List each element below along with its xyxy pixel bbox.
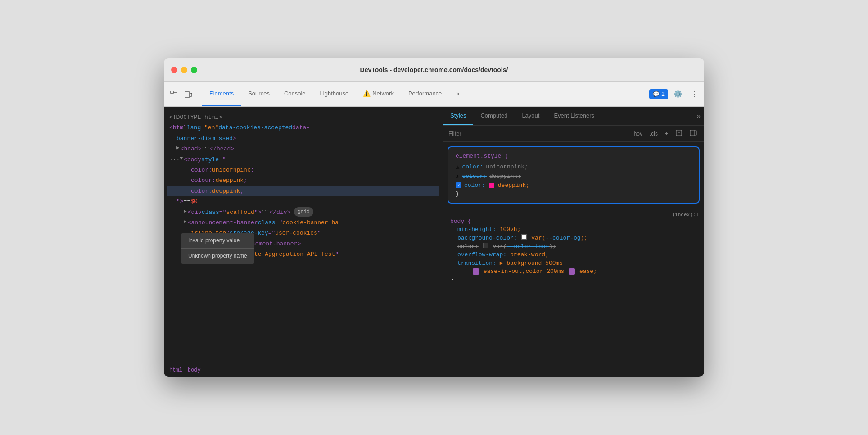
tab-console[interactable]: Console: [277, 82, 313, 106]
subtabs-more[interactable]: »: [693, 112, 704, 120]
popup-line-3: ✓ color: deeppink;: [456, 182, 692, 189]
grid-badge: grid: [294, 207, 313, 217]
body-min-height: min-height: 100vh;: [450, 226, 697, 233]
chat-badge-button[interactable]: 💬 2: [649, 89, 668, 99]
minimize-button[interactable]: [181, 67, 187, 73]
warning-icon-1: ⚠️: [456, 163, 459, 171]
close-button[interactable]: [171, 67, 177, 73]
body-style-rule: body { min-height: 100vh; background-col…: [443, 213, 704, 288]
ease-icon-1: [473, 268, 479, 275]
body-transition-ease: ease-in-out,color 200ms ease;: [450, 268, 697, 275]
add-style-rule-icon[interactable]: +: [663, 130, 670, 138]
tab-sources[interactable]: Sources: [241, 82, 277, 106]
svg-rect-7: [690, 130, 696, 136]
html-line-head: ▶ <head> ··· </head>: [167, 144, 439, 154]
filter-input[interactable]: [448, 130, 630, 137]
subtab-layout[interactable]: Layout: [515, 107, 547, 125]
styles-panel: Styles Computed Layout Event Listeners »: [443, 107, 704, 377]
tab-elements[interactable]: Elements: [202, 82, 241, 106]
network-warning-icon: ⚠️: [363, 90, 371, 97]
popup-header: element.style {: [456, 153, 692, 159]
toggle-sidebar-icon[interactable]: [688, 128, 699, 139]
css-warning-tooltip: Invalid property value Unknown property …: [181, 233, 254, 264]
cls-button[interactable]: .cls: [648, 130, 660, 138]
maximize-button[interactable]: [191, 67, 197, 73]
filter-bar: :hov .cls +: [443, 126, 704, 142]
window-title: DevTools - developer.chrome.com/docs/dev…: [360, 66, 508, 73]
color-swatch-text[interactable]: [483, 243, 488, 248]
html-line-div-scaffold: ▶ <div class="scaffold"> ··· </div> grid…: [167, 207, 439, 218]
subtab-styles[interactable]: Styles: [443, 107, 473, 125]
svg-rect-4: [190, 93, 192, 96]
tab-lighthouse[interactable]: Lighthouse: [313, 82, 356, 106]
color-swatch-bg[interactable]: [521, 234, 527, 240]
html-line-announcement1: ▶ <announcement-banner class="cookie-ban…: [167, 218, 439, 228]
chat-icon: 💬: [653, 91, 660, 97]
popup-brace-close: }: [456, 190, 692, 197]
subtab-event-listeners[interactable]: Event Listeners: [547, 107, 601, 125]
html-line-body-close: "> == $0: [167, 196, 439, 207]
element-style-popup: element.style { ⚠️ color: unicornpink; ⚠…: [448, 146, 700, 204]
html-line-colour-deep: colour: deeppink;: [167, 175, 439, 186]
tab-more[interactable]: »: [449, 82, 466, 106]
color-swatch-deeppink[interactable]: [489, 183, 494, 188]
body-overflow-wrap: overflow-wrap: break-word;: [450, 251, 697, 258]
inspect-element-icon[interactable]: [167, 88, 180, 100]
titlebar: DevTools - developer.chrome.com/docs/dev…: [164, 58, 704, 82]
tooltip-invalid: Invalid property value: [181, 233, 254, 249]
html-line-html-open: <html lang="en" data-cookies-accepted da…: [167, 122, 439, 133]
main-toolbar: Elements Sources Console Lighthouse ⚠️ N…: [164, 82, 704, 107]
body-color: color: var(--color-text);: [450, 243, 697, 250]
breadcrumb-html[interactable]: html: [169, 367, 182, 373]
popup-line-2: ⚠️ colour: deeppink;: [456, 172, 692, 180]
styles-subtabs: Styles Computed Layout Event Listeners »: [443, 107, 704, 126]
tab-network[interactable]: ⚠️ Network: [356, 82, 401, 106]
devtools-window: DevTools - developer.chrome.com/docs/dev…: [164, 58, 704, 377]
body-selector-line: body {: [450, 218, 697, 225]
warning-icon-2: ⚠️: [456, 172, 459, 180]
svg-rect-0: [171, 91, 173, 94]
main-content: <!DOCTYPE html> <html lang="en" data-coo…: [164, 107, 704, 377]
styles-content: element.style { ⚠️ color: unicornpink; ⚠…: [443, 142, 704, 377]
settings-icon[interactable]: ⚙️: [672, 88, 684, 100]
property-checkbox[interactable]: ✓: [456, 182, 461, 188]
popup-line-1: ⚠️ color: unicornpink;: [456, 163, 692, 171]
body-bg-color: background-color: var(--color-bg);: [450, 234, 697, 241]
index-reference: (index):1: [672, 212, 699, 218]
html-line-dots: ··· ▼ <body style=": [167, 154, 439, 165]
html-line-html-cont: banner-dismissed>: [167, 133, 439, 144]
toolbar-right: 💬 2 ⚙️ ⋮: [649, 82, 701, 106]
more-options-icon[interactable]: ⋮: [688, 88, 701, 100]
breadcrumb-bar: html body: [164, 363, 443, 377]
traffic-lights: [171, 67, 197, 73]
element-state-icon[interactable]: [674, 128, 684, 139]
toolbar-icons: [167, 82, 200, 106]
svg-rect-3: [185, 92, 190, 97]
html-line-color-unicorn: color: unicornpink;: [167, 165, 439, 175]
html-panel: <!DOCTYPE html> <html lang="en" data-coo…: [164, 107, 443, 377]
body-close-brace: }: [450, 276, 697, 283]
tooltip-unknown: Unknown property name: [181, 249, 254, 264]
filter-buttons: :hov .cls +: [630, 128, 699, 139]
breadcrumb-body[interactable]: body: [188, 367, 201, 373]
body-transition: transition: ▶ background 500ms: [450, 259, 697, 267]
tab-performance[interactable]: Performance: [401, 82, 449, 106]
html-line-doctype: <!DOCTYPE html>: [167, 112, 439, 122]
subtab-computed[interactable]: Computed: [473, 107, 515, 125]
hov-button[interactable]: :hov: [630, 130, 644, 138]
ease-icon-2: [569, 268, 575, 275]
device-toolbar-icon[interactable]: [182, 88, 194, 100]
html-line-color-deep: color: deeppink;: [167, 186, 439, 196]
html-tree: <!DOCTYPE html> <html lang="en" data-coo…: [164, 107, 443, 363]
